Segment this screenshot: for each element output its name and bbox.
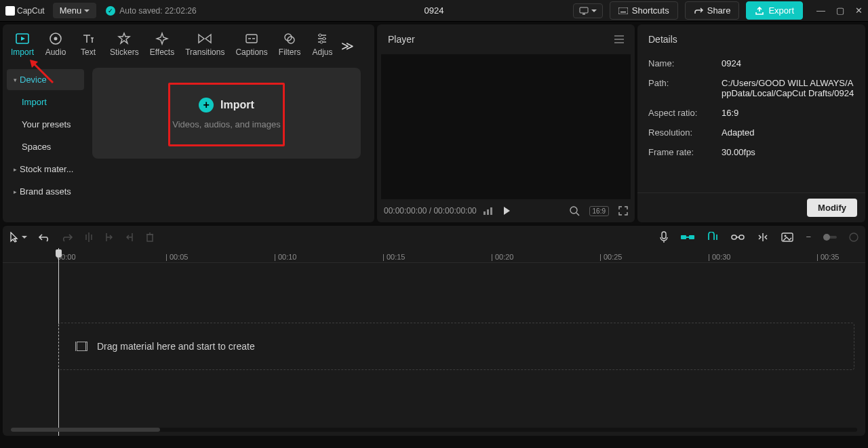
timeline-ruler[interactable]: 00:00 | 00:05 | 00:10 | 00:15 | 00:20 | … [3,248,865,263]
share-button[interactable]: Share [685,1,740,20]
linkage-button[interactable] [731,233,745,241]
tab-audio[interactable]: Audio [39,28,72,64]
tabs-overflow-button[interactable]: ≫ [338,32,357,60]
redo-button[interactable] [61,232,73,242]
details-footer: Modify [637,192,865,222]
trim-left-tool[interactable] [104,232,114,243]
preview-axis-button[interactable] [757,232,769,242]
auto-snapping-button[interactable] [707,232,719,243]
quality-icon[interactable] [484,207,493,215]
player-menu-button[interactable] [614,35,624,43]
detail-row-name: Name:0924 [648,58,854,68]
details-list: Name:0924 Path:C:/Users/GOOD WILL ALWAYS… [637,54,865,192]
tab-effects[interactable]: Effects [144,28,180,64]
minimize-button[interactable]: — [816,5,825,16]
detail-value: C:/Users/GOOD WILL ALWAYS/AppData/Local/… [722,78,854,98]
svg-rect-22 [147,235,153,241]
transitions-icon [197,31,212,46]
fullscreen-icon[interactable] [618,206,628,216]
svg-rect-19 [487,209,489,215]
device-icon [579,7,589,15]
timeline[interactable]: 00:00 | 00:05 | 00:10 | 00:15 | 00:20 | … [3,248,865,436]
sidebar-item-brand[interactable]: ▸ Brand assets [7,181,84,202]
svg-rect-20 [490,207,492,215]
main-track-magnet-button[interactable] [681,233,694,241]
tab-filters[interactable]: Filters [273,28,307,64]
share-label: Share [707,5,731,16]
svg-rect-26 [732,235,736,239]
media-drop-area: + Import Videos, audios, and images [88,64,374,222]
sidebar-item-device[interactable]: ▾ Device [7,69,84,90]
aspect-dropdown[interactable] [573,3,603,18]
record-voiceover-button[interactable] [659,231,669,243]
check-circle-icon: ✓ [106,6,115,16]
export-button[interactable]: Export [746,1,803,20]
zoom-in-button[interactable] [849,232,859,242]
import-card[interactable]: + Import Videos, audios, and images [92,68,361,159]
sidebar-item-import[interactable]: Import [7,91,84,113]
aspect-ratio-pill[interactable]: 16:9 [589,206,609,216]
ruler-mark: | 00:05 [165,253,274,261]
player-controls: 00:00:00:00 / 00:00:00:00 16:9 [377,199,635,222]
preview-scale-icon[interactable] [569,205,580,216]
filters-icon [282,31,297,46]
titlebar-right: Shortcuts Share Export — ▢ ✕ [573,1,863,20]
close-button[interactable]: ✕ [855,5,863,16]
modify-button[interactable]: Modify [807,199,857,217]
delete-tool[interactable] [145,232,155,243]
svg-rect-2 [618,7,628,14]
detail-row-framerate: Frame rate:30.00fps [648,147,854,157]
tab-text[interactable]: Text [72,28,104,64]
sidebar-item-label: Stock mater... [20,164,73,174]
tab-stickers[interactable]: Stickers [104,28,144,64]
effects-icon [155,31,170,46]
annotation-highlight-box [168,83,285,146]
play-button[interactable] [504,207,510,215]
trim-right-tool[interactable] [125,232,134,243]
media-panel: Import Audio Text Stickers Effects Trans… [3,24,374,222]
undo-button[interactable] [38,232,50,242]
maximize-button[interactable]: ▢ [836,5,844,16]
tab-captions[interactable]: Captions [230,28,273,64]
media-tabs: Import Audio Text Stickers Effects Trans… [3,24,374,64]
detail-key: Frame rate: [648,147,722,157]
split-tool[interactable] [84,232,94,243]
detail-key: Name: [648,58,722,68]
menu-label: Menu [60,5,82,16]
project-title: 0924 [425,5,444,16]
sidebar-item-spaces[interactable]: Spaces [7,136,84,157]
sidebar-item-label: Your presets [22,119,71,129]
player-timecode: 00:00:00:00 / 00:00:00:00 [384,206,477,216]
tab-label: Effects [150,47,174,57]
details-panel: Details Name:0924 Path:C:/Users/GOOD WIL… [637,24,865,222]
svg-rect-1 [583,14,585,15]
menu-button[interactable]: Menu [53,3,97,18]
tab-import[interactable]: Import [5,28,39,64]
tab-transitions[interactable]: Transitions [180,28,230,64]
timeline-drop-zone[interactable]: Drag material here and start to create [58,323,854,370]
sidebar-item-presets[interactable]: Your presets [7,114,84,135]
tab-label: Audio [45,47,66,57]
media-sidebar: ▾ Device Import Your presets Spaces ▸ St… [3,64,88,222]
tab-label: Filters [279,47,301,57]
ruler-mark: | 00:10 [274,253,382,261]
main-panels: Import Audio Text Stickers Effects Trans… [0,22,868,225]
tab-label: Stickers [110,47,139,57]
cover-button[interactable] [781,232,793,242]
selection-tool[interactable] [9,232,27,243]
tab-adjust[interactable]: Adjus [306,28,338,64]
zoom-slider[interactable] [823,236,837,239]
shortcuts-button[interactable]: Shortcuts [610,1,678,20]
film-icon [75,342,87,351]
timeline-scrollbar[interactable] [11,428,857,432]
sidebar-item-stock[interactable]: ▸ Stock mater... [7,159,84,180]
svg-rect-11 [246,35,257,43]
detail-key: Aspect ratio: [648,108,722,118]
player-title: Player [388,34,415,45]
detail-value: 30.00fps [722,147,854,157]
svg-marker-9 [199,35,204,43]
player-viewport[interactable] [381,54,631,199]
player-panel: Player 00:00:00:00 / 00:00:00:00 16:9 [377,24,635,222]
window-controls: — ▢ ✕ [816,5,863,16]
zoom-out-button[interactable]: − [806,232,811,242]
